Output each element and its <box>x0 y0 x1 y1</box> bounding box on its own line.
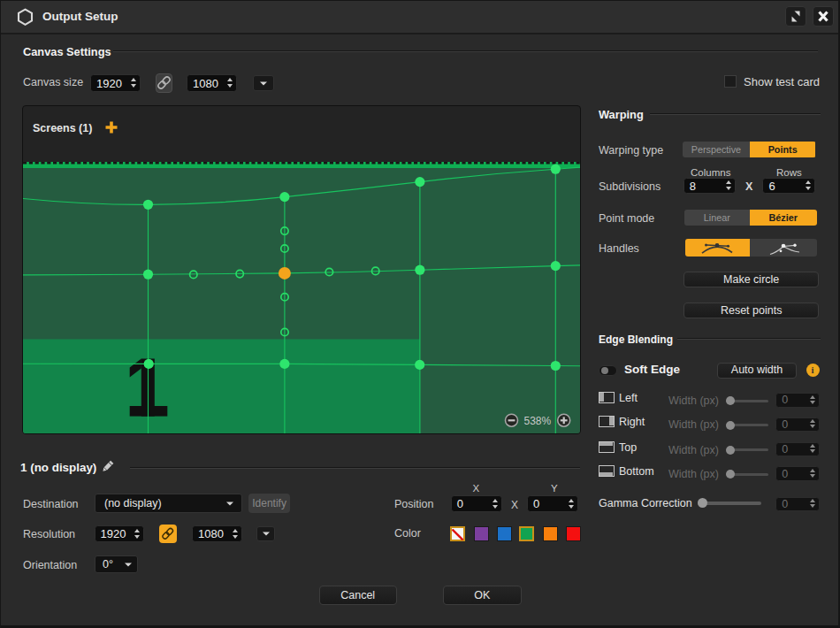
svg-text:538%: 538% <box>524 415 552 427</box>
